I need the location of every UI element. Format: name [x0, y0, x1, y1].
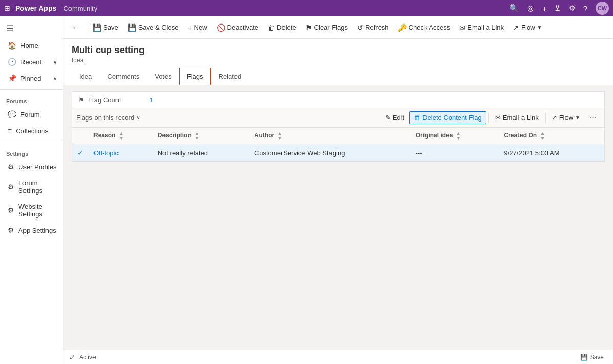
help-icon[interactable]: ?	[583, 4, 587, 13]
edit-button[interactable]: ✎ Edit	[381, 112, 408, 124]
sidebar-item-user-profiles[interactable]: ⚙ User Profiles	[0, 159, 63, 175]
add-icon[interactable]: +	[542, 4, 547, 13]
sub-email-label: Email a Link	[503, 114, 539, 122]
sidebar-item-recent-label: Recent	[20, 58, 41, 66]
sidebar-item-website-settings[interactable]: ⚙ Website Settings	[0, 199, 63, 222]
reason-link[interactable]: Off-topic	[93, 149, 119, 157]
filter-icon[interactable]: ⊻	[555, 4, 560, 13]
settings-icon[interactable]: ⚙	[569, 4, 575, 13]
sidebar-item-home[interactable]: 🏠 Home	[0, 37, 63, 54]
avatar[interactable]: CW	[596, 2, 609, 15]
section-chevron-icon: ∨	[136, 114, 140, 121]
deactivate-label: Deactivate	[227, 23, 258, 31]
home-icon: 🏠	[8, 41, 16, 50]
command-bar: ← 💾 Save 💾 Save & Close + New 🚫 Deactiva…	[63, 16, 613, 39]
row-description: Not really related	[153, 144, 249, 161]
created-on-sort-icons: ▲▼	[540, 131, 545, 141]
save-close-button[interactable]: 💾 Save & Close	[124, 21, 183, 34]
record-header: Multi cup setting Idea Idea Comments Vot…	[63, 39, 613, 85]
clear-flags-button[interactable]: ⚑ Clear Flags	[301, 21, 352, 34]
save-label: Save	[103, 23, 119, 31]
tab-flags[interactable]: Flags	[179, 68, 211, 85]
refresh-button[interactable]: ↺ Refresh	[353, 21, 393, 34]
table-header-row: Reason ▲▼ Description ▲▼ Author ▲▼	[72, 128, 604, 144]
favorites-icon[interactable]: ◎	[527, 4, 534, 13]
delete-flag-icon: 🗑	[414, 114, 420, 122]
delete-content-flag-button[interactable]: 🗑 Delete Content Flag	[409, 111, 486, 124]
tab-related[interactable]: Related	[211, 68, 249, 85]
col-created-on[interactable]: Created On ▲▼	[499, 128, 604, 144]
check-access-icon: 🔑	[398, 23, 407, 32]
sidebar-divider-2	[0, 142, 63, 142]
more-options-icon: ⋯	[590, 114, 596, 122]
recent-icon: 🕐	[8, 58, 16, 66]
website-settings-icon: ⚙	[8, 206, 14, 214]
sub-toolbar: Flags on this record ∨ ✎ Edit 🗑 Delete C…	[72, 108, 604, 128]
delete-icon: 🗑	[268, 23, 275, 32]
deactivate-button[interactable]: 🚫 Deactivate	[213, 21, 263, 34]
sub-sep-1	[488, 113, 489, 123]
tabs: Idea Comments Votes Flags Related	[72, 68, 605, 85]
footer-status: Active	[79, 354, 96, 361]
new-button[interactable]: + New	[183, 21, 211, 34]
grid-icon[interactable]: ⊞	[4, 4, 10, 12]
col-reason[interactable]: Reason ▲▼	[88, 128, 153, 144]
refresh-label: Refresh	[365, 23, 389, 31]
more-options-button[interactable]: ⋯	[585, 112, 600, 124]
sidebar-item-website-settings-label: Website Settings	[18, 203, 57, 218]
row-author: CustomerService Web Staging	[249, 144, 411, 161]
back-button[interactable]: ←	[67, 21, 84, 34]
sidebar: ☰ 🏠 Home 🕐 Recent ∨ 📌 Pinned ∨ Forums 💬 …	[0, 16, 63, 364]
forums-section-label: Forums	[0, 93, 63, 106]
flag-count-row: ⚑ Flag Count 1	[72, 92, 604, 108]
delete-button[interactable]: 🗑 Delete	[264, 21, 300, 34]
col-original-idea[interactable]: Original idea ▲▼	[411, 128, 499, 144]
tab-idea[interactable]: Idea	[72, 68, 100, 85]
record-type: Idea	[72, 57, 605, 64]
check-access-button[interactable]: 🔑 Check Access	[394, 21, 455, 34]
tab-votes[interactable]: Votes	[147, 68, 179, 85]
collections-icon: ≡	[8, 127, 12, 135]
flag-count-icon: ⚑	[78, 96, 84, 104]
footer-save-button[interactable]: 💾 Save	[577, 353, 607, 362]
sidebar-divider-1	[0, 89, 63, 90]
col-author[interactable]: Author ▲▼	[249, 128, 411, 144]
flag-count-value: 1	[150, 96, 153, 104]
sidebar-item-forum-label: Forum	[20, 111, 40, 118]
clear-flags-icon: ⚑	[305, 23, 312, 32]
email-icon: ✉	[459, 23, 465, 32]
email-link-button[interactable]: ✉ Email a Link	[455, 21, 508, 34]
row-created-on: 9/27/2021 5:03 AM	[499, 144, 604, 161]
sidebar-item-pinned[interactable]: 📌 Pinned ∨	[0, 70, 63, 86]
delete-label: Delete	[277, 23, 296, 31]
tab-comments[interactable]: Comments	[100, 68, 147, 85]
search-icon[interactable]: 🔍	[509, 4, 519, 13]
flow-button[interactable]: ↗ Flow ▼	[509, 21, 546, 34]
sidebar-item-forum-settings[interactable]: ⚙ Forum Settings	[0, 175, 63, 199]
footer-save-label: Save	[590, 354, 604, 361]
cmd-sep-1	[86, 21, 86, 34]
flags-on-record-toggle[interactable]: Flags on this record ∨	[76, 114, 140, 122]
sidebar-item-recent[interactable]: 🕐 Recent ∨	[0, 54, 63, 70]
record-title: Multi cup setting	[72, 45, 605, 56]
edit-icon: ✎	[385, 114, 391, 122]
main-content: ⚑ Flag Count 1 Flags on this record ∨ ✎ …	[63, 85, 613, 350]
sub-sep-2	[545, 113, 546, 123]
footer-expand-icon[interactable]: ⤢	[69, 353, 75, 361]
flag-section: ⚑ Flag Count 1 Flags on this record ∨ ✎ …	[72, 91, 605, 162]
sub-flow-button[interactable]: ↗ Flow ▼	[548, 112, 584, 124]
col-description[interactable]: Description ▲▼	[153, 128, 249, 144]
sub-email-link-button[interactable]: ✉ Email a Link	[491, 112, 543, 124]
flags-table: Reason ▲▼ Description ▲▼ Author ▲▼	[72, 128, 604, 161]
sidebar-item-forum[interactable]: 💬 Forum	[0, 106, 63, 123]
sidebar-item-app-settings[interactable]: ⚙ App Settings	[0, 222, 63, 238]
new-label: New	[194, 23, 207, 31]
table-row[interactable]: ✓ Off-topic Not really related CustomerS…	[72, 144, 604, 161]
sidebar-item-collections[interactable]: ≡ Collections	[0, 123, 63, 139]
forum-settings-icon: ⚙	[8, 183, 14, 191]
row-check-icon: ✓	[77, 149, 83, 157]
hamburger-icon[interactable]: ☰	[0, 19, 63, 37]
flow-label: Flow	[521, 23, 535, 31]
save-button[interactable]: 💾 Save	[88, 21, 123, 34]
app-name: Power Apps	[15, 4, 56, 12]
